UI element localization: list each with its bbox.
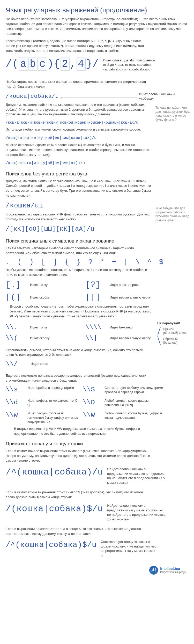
regex-letter: a xyxy=(19,58,28,71)
warn-back: Обратный (бекслеш) xyxy=(163,337,188,344)
heading-anchor: Привязка к началу и концу строки xyxy=(6,441,188,447)
lbl-esc-bs: Ищет бекслеш xyxy=(110,325,153,330)
regex-dollar-explain: Найдет слово «кошка» в предложении «я у … xyxy=(107,503,167,521)
sym-bracket-dot: [.] xyxy=(6,280,26,289)
lbl-bracket-paren: Ищет скобку xyxy=(30,295,82,300)
sym-seq-w: \\w xyxy=(6,411,24,419)
lbl-bracket-q: Ищет знак вопроса xyxy=(110,283,188,287)
regex-letter: 2 xyxy=(61,58,70,71)
heading-escape: Поиск специальных символов и экранирован… xyxy=(6,238,188,244)
sym-esc-slash: \\/ xyxy=(6,360,26,368)
regex-or: /кошка|собака/u xyxy=(6,93,59,100)
lbl-esc-vbar: Ищет вертикальную черту xyxy=(110,336,153,341)
lbl-esc-slash: Ищет слеш xyxy=(31,361,83,366)
intro-paragraph-1: Не бойся непонятного заголовка. «Регуляр… xyxy=(6,17,188,36)
paragraph-group: Используя скобки, мы можем сгруппировать… xyxy=(6,127,151,132)
regex-group: /кош(ка|ки|ке|ку|кой|ек|кам|ками|ках)/u xyxy=(6,136,96,140)
regex-text: , xyxy=(70,58,76,70)
regex-dollar-row: /(кошка|собака)$/u Найдет слово «кошка» … xyxy=(6,502,188,521)
heading-case: Поиск слов без учета регистра букв xyxy=(6,171,188,177)
sequences-table: \\s Ищет пробел и перевод строки \\S Соо… xyxy=(6,386,163,424)
regex-abc: /(abc){2,4}/ xyxy=(6,58,99,71)
warn-title: Не перепутай! xyxy=(157,321,188,325)
sym-seq-D: \\D xyxy=(83,399,101,406)
regex-letter: 4 xyxy=(77,58,86,71)
paragraph-dollar: Если в самом конце выражения стоит симво… xyxy=(6,490,151,500)
lbl-seq-W: Любой символ, кроме буквы, цифры и знака… xyxy=(105,411,163,420)
paragraph-delim: Ограничитель (символ, который стоит в на… xyxy=(6,348,151,358)
escape-table: \\. Ищет точку \\\\ Ищет бекслеш \\( Ище… xyxy=(6,324,153,342)
regex-caret-row: /^(кошка|собака)/u Найдет слово «кошка» … xyxy=(6,466,188,485)
lbl-esc-dot: Ищет точку xyxy=(30,325,82,330)
sym-seq-W: \\W xyxy=(83,411,101,419)
lbl-esc-paren: Ищет скобку xyxy=(30,336,82,341)
footer: Ai Intellect.icu Искусственный разум xyxy=(6,560,188,576)
paragraph-nested: Многие окончания (кроме «ек» в слове «ко… xyxy=(6,143,151,157)
logo-badge-icon: Ai xyxy=(149,566,158,575)
paragraph-old-wW: В старых версиях php \\w и \\W поддержив… xyxy=(14,426,159,436)
document-page: Язык регулярных выражений (продолжение) … xyxy=(0,0,194,586)
special-symbols-line: . ( ) [ ] { } ? * + | \ ^ $ xyxy=(6,258,188,266)
slash-legend: Не перепутай! Прямой (обычный) слеш Обра… xyxy=(157,321,188,346)
escape-row: \\. Ищет точку \\\\ Ищет бекслеш \\( Ище… xyxy=(6,321,188,346)
forward-slash-icon xyxy=(157,327,161,335)
intro-paragraph-2: Квантификаторы (символы, задающие число … xyxy=(6,39,151,53)
regex-dollar: /(кошка|собака)$/u xyxy=(6,504,103,514)
sym-bracket-vbar: [|] xyxy=(85,293,106,302)
regex-abc-explain: Ищет слова, где abc повторяется от 2 до … xyxy=(103,58,157,72)
bracket-table: [.] Ищет точку [?] Ищет знак вопроса [(]… xyxy=(6,280,188,302)
regex-both: /^(кошка|собака)$/u xyxy=(6,541,97,549)
side-note-i: И не забудь, что для корректной работы с… xyxy=(155,206,193,222)
lbl-seq-D: Любой символ, кроме цифры, равносильно [… xyxy=(105,399,163,407)
lbl-seq-S: Соответствует любому символу, кроме проб… xyxy=(105,386,163,395)
regex-text: /( xyxy=(6,58,19,70)
paragraph-or: Чтобы задать поиск нескольких вариантов … xyxy=(6,79,151,89)
paragraph-special: Как ты заметил, некоторые символы имеют … xyxy=(6,246,151,256)
logo-text: Intellect.icu xyxy=(160,567,186,571)
slash-escape-row: \\/ Ищет слеш xyxy=(6,360,83,368)
example-abc-row: /(abc){2,4}/ Ищет слова, где abc повторя… xyxy=(6,56,188,73)
regex-both-row: /^(кошка|собака)$/u Соответствует слову … xyxy=(6,539,188,558)
sym-bracket-paren: [(] xyxy=(6,293,26,302)
lbl-bracket-dot: Ищет точку xyxy=(30,283,82,287)
paragraph-backslash: Второй способ заключается в том, чтобы э… xyxy=(10,304,155,319)
regex-i: /кошка/ui xyxy=(6,202,43,210)
regex-letter: b xyxy=(28,58,38,71)
arrow-icon xyxy=(61,98,138,98)
lbl-seq-w: Ищет любую (русские и латинские) букву, … xyxy=(27,411,79,424)
sym-seq-d: \\d xyxy=(6,399,24,406)
regex-both-explain: Соответствует слову «кошка» в фразе «кош… xyxy=(101,540,158,558)
regex-variants: /кошка|кошки|кошке|кошку|кошкой|кошек|ко… xyxy=(6,120,138,125)
site-logo: Ai Intellect.icu Искусственный разум xyxy=(149,566,186,575)
paragraph-two-ways: Чтобы указать их в шаблоне поиска, есть … xyxy=(6,268,151,277)
sym-seq-S: \\S xyxy=(83,386,101,393)
regex-caret-explain: Найдет слово «кошка» в предложении «кошк… xyxy=(107,467,167,485)
sym-bracket-q: [?] xyxy=(85,280,106,289)
sym-seq-s: \\s xyxy=(6,386,24,393)
lbl-seq-s: Ищет пробел и перевод строки xyxy=(27,386,79,390)
sym-esc-dot: \\. xyxy=(6,324,26,331)
sym-esc-paren: \\( xyxy=(6,334,26,342)
sym-esc-bs: \\\\ xyxy=(85,324,106,331)
warn-forward: Прямой (обычный) слеш xyxy=(163,327,188,335)
regex-letter: c xyxy=(38,58,47,71)
paragraph-caret: Если в самом начале выражения стоит симв… xyxy=(6,449,151,463)
regex-nested: /кош(ек|к(а|и|е|у|ой|ам|ами|ах))/u xyxy=(6,161,85,165)
sym-esc-vbar: \\| xyxy=(85,334,106,342)
regex-oldphp: /[кК][оО][шШ][кК][аА]/u xyxy=(6,226,94,232)
regex-or-row: /кошка|собака/u Ищет слова «кошка» и «со… xyxy=(6,92,188,101)
lbl-seq-d: Ищет цифры, то же самое, что [0-9] xyxy=(27,399,79,407)
page-title: Язык регулярных выражений (продолжение) xyxy=(6,6,188,14)
paragraph-case: Допустим, мы хотим найти не только слово… xyxy=(6,179,153,198)
regex-text: }/ xyxy=(86,58,99,70)
regex-caret: /^(кошка|собака)/u xyxy=(6,467,103,477)
side-note-u: Ты еще не забыл, что для поиска русских … xyxy=(155,106,193,122)
regex-text: ){ xyxy=(47,58,60,70)
back-slash-icon xyxy=(157,336,161,345)
paragraph-both: Если в выражении в начале стоит ^, а в к… xyxy=(6,527,151,536)
paragraph-escape-seq: Еще есть несколько полезных escape-после… xyxy=(6,373,151,383)
lbl-bracket-vbar: Ищет вертикальную черту xyxy=(110,295,188,300)
regex-or-explain: Ищет слова «кошка» и «собака» xyxy=(139,92,188,101)
logo-subtitle: Искусственный разум xyxy=(160,571,186,574)
paragraph-variants: Допустим, мы хотим найти не только слово… xyxy=(6,102,151,117)
